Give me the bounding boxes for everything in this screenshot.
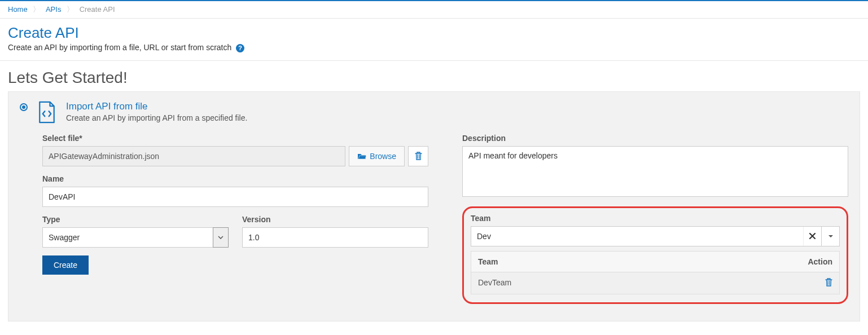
option-description: Create an API by importing API from a sp… [66, 113, 247, 122]
breadcrumb-home[interactable]: Home [8, 5, 28, 14]
trash-icon [415, 152, 422, 160]
version-label: Version [242, 215, 428, 224]
team-label: Team [471, 214, 840, 223]
breadcrumb: Home 〉 APIs 〉 Create API [0, 1, 868, 19]
selected-file-display: APIGatewayAdministration.json [42, 146, 345, 166]
name-label: Name [42, 174, 428, 183]
import-panel: Import API from file Create an API by im… [8, 91, 860, 321]
team-row-delete-button[interactable] [799, 278, 832, 288]
team-row: DevTeam [471, 272, 839, 294]
team-section-highlight: Team Dev [462, 206, 848, 304]
breadcrumb-separator: 〉 [33, 5, 40, 14]
clear-file-button[interactable] [408, 146, 428, 166]
team-clear-button[interactable] [803, 227, 821, 246]
chevron-down-icon[interactable] [213, 227, 229, 248]
page-subtitle: Create an API by importing from a file, … [8, 43, 860, 52]
select-file-label: Select file* [42, 134, 428, 143]
type-select[interactable] [42, 227, 229, 248]
caret-down-icon [828, 235, 834, 238]
team-select-value[interactable]: Dev [471, 227, 803, 246]
import-from-file-radio[interactable] [20, 103, 28, 111]
create-button[interactable]: Create [42, 255, 89, 275]
team-column-header: Team [478, 257, 799, 266]
section-title: Lets Get Started! [8, 69, 860, 87]
file-code-icon [37, 101, 57, 124]
description-input[interactable]: API meant for developers [462, 146, 848, 197]
version-input[interactable] [242, 227, 428, 248]
breadcrumb-separator: 〉 [67, 5, 74, 14]
type-value[interactable] [42, 227, 213, 248]
team-dropdown-button[interactable] [821, 227, 839, 246]
trash-icon [825, 278, 832, 286]
team-table: Team Action DevTeam [471, 251, 840, 294]
breadcrumb-current: Create API [80, 5, 115, 14]
page-header: Create API Create an API by importing fr… [0, 19, 868, 61]
type-label: Type [42, 215, 229, 224]
help-icon[interactable]: ? [236, 44, 244, 52]
description-label: Description [462, 134, 848, 143]
team-row-name: DevTeam [478, 278, 799, 288]
team-select[interactable]: Dev [471, 226, 840, 246]
page-title: Create API [8, 24, 860, 42]
option-title: Import API from file [66, 101, 247, 112]
browse-button[interactable]: Browse [349, 146, 405, 166]
action-column-header: Action [799, 257, 832, 266]
name-input[interactable] [42, 187, 428, 207]
folder-open-icon [357, 152, 366, 160]
close-icon [809, 233, 816, 239]
breadcrumb-apis[interactable]: APIs [46, 5, 61, 14]
